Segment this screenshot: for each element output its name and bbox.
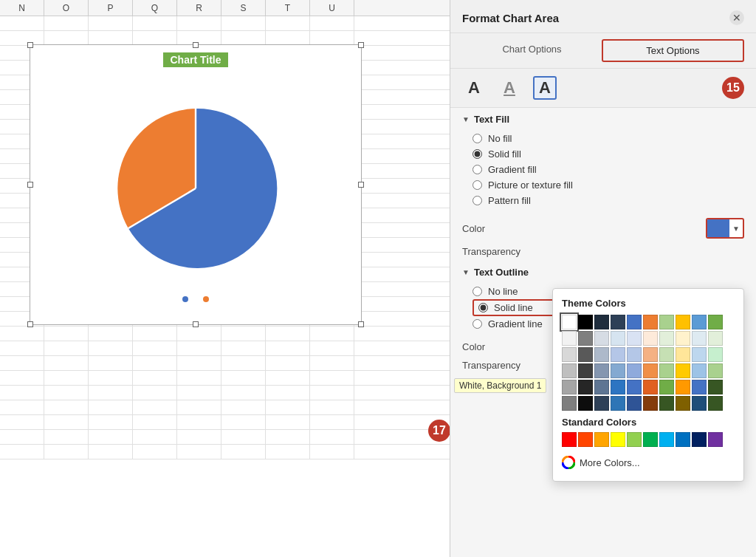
- resize-handle-tl[interactable]: [27, 42, 33, 48]
- grid-cell[interactable]: [266, 327, 310, 341]
- grid-cell[interactable]: [221, 327, 266, 341]
- grid-cell[interactable]: [221, 16, 266, 31]
- theme-color-cell[interactable]: [627, 331, 642, 346]
- radio-pattern-fill-input[interactable]: [472, 196, 482, 205]
- grid-cell[interactable]: [266, 31, 310, 46]
- theme-color-cell[interactable]: [562, 363, 577, 378]
- theme-color-cell[interactable]: [578, 315, 593, 329]
- grid-cell[interactable]: [133, 341, 177, 356]
- theme-color-cell[interactable]: [708, 363, 723, 378]
- icon-text-box[interactable]: A: [533, 76, 557, 100]
- grid-cell[interactable]: [0, 371, 44, 386]
- theme-color-cell[interactable]: [659, 347, 674, 362]
- grid-cell[interactable]: [44, 341, 89, 356]
- theme-color-cell[interactable]: [692, 396, 707, 411]
- theme-color-cell[interactable]: [692, 331, 707, 346]
- chart-title[interactable]: Chart Title: [163, 52, 229, 67]
- grid-cell[interactable]: [177, 430, 221, 445]
- tab-text-options[interactable]: Text Options: [602, 39, 744, 62]
- resize-handle-bl[interactable]: [27, 321, 33, 327]
- grid-cell[interactable]: [266, 371, 310, 386]
- theme-color-cell[interactable]: [578, 396, 593, 411]
- grid-cell[interactable]: [0, 430, 44, 445]
- resize-handle-tr[interactable]: [358, 42, 364, 48]
- theme-color-cell[interactable]: [643, 380, 658, 394]
- grid-cell[interactable]: [0, 327, 44, 341]
- grid-cell[interactable]: [266, 400, 310, 415]
- theme-color-cell[interactable]: [578, 347, 593, 362]
- theme-color-cell[interactable]: [627, 347, 642, 362]
- grid-cell[interactable]: [133, 430, 177, 445]
- theme-color-cell[interactable]: [627, 315, 642, 329]
- grid-cell[interactable]: [0, 16, 44, 31]
- grid-cell[interactable]: [89, 445, 133, 459]
- radio-picture-fill[interactable]: Picture or texture fill: [472, 177, 744, 193]
- std-color-cell[interactable]: [562, 432, 577, 447]
- icon-text-fill-outline[interactable]: A: [462, 76, 486, 100]
- grid-cell[interactable]: [89, 371, 133, 386]
- color-picker-button[interactable]: ▼ 16: [706, 218, 744, 239]
- theme-color-cell[interactable]: [562, 396, 577, 411]
- text-fill-section-header[interactable]: ▼ Text Fill: [450, 108, 756, 129]
- grid-cell[interactable]: [221, 371, 266, 386]
- theme-color-cell[interactable]: [562, 331, 577, 346]
- grid-cell[interactable]: [221, 400, 266, 415]
- grid-cell[interactable]: [310, 341, 354, 356]
- theme-color-cell[interactable]: [578, 331, 593, 346]
- text-outline-section-header[interactable]: ▼ Text Outline: [450, 261, 756, 282]
- grid-cell[interactable]: [44, 356, 89, 371]
- resize-handle-ml[interactable]: [27, 182, 33, 188]
- theme-color-cell[interactable]: [676, 363, 690, 378]
- theme-color-cell[interactable]: [676, 380, 690, 394]
- grid-cell[interactable]: [310, 386, 354, 400]
- theme-color-cell[interactable]: [611, 380, 625, 394]
- theme-color-cell[interactable]: [692, 347, 707, 362]
- grid-cell[interactable]: [177, 415, 221, 430]
- std-color-cell[interactable]: [627, 432, 642, 447]
- theme-color-cell[interactable]: [643, 396, 658, 411]
- theme-color-cell[interactable]: [562, 347, 577, 362]
- grid-cell[interactable]: [221, 386, 266, 400]
- more-colors-button[interactable]: More Colors...: [562, 453, 735, 472]
- std-color-cell[interactable]: [692, 432, 707, 447]
- theme-color-cell[interactable]: [708, 315, 723, 329]
- grid-cell[interactable]: [266, 445, 310, 459]
- grid-cell[interactable]: [177, 356, 221, 371]
- grid-cell[interactable]: [221, 430, 266, 445]
- theme-color-cell[interactable]: [594, 347, 609, 362]
- grid-cell[interactable]: [177, 327, 221, 341]
- radio-solid-fill[interactable]: Solid fill: [472, 146, 744, 162]
- panel-close-button[interactable]: ✕: [729, 10, 744, 25]
- theme-color-cell[interactable]: [643, 363, 658, 378]
- std-color-cell[interactable]: [611, 432, 625, 447]
- grid-cell[interactable]: [310, 415, 354, 430]
- grid-cell[interactable]: [310, 445, 354, 459]
- resize-handle-bm[interactable]: [193, 321, 199, 327]
- std-color-cell[interactable]: [643, 432, 658, 447]
- theme-color-cell[interactable]: [659, 331, 674, 346]
- theme-color-cell[interactable]: [627, 363, 642, 378]
- theme-color-cell[interactable]: [708, 331, 723, 346]
- grid-cell[interactable]: [221, 356, 266, 371]
- icon-text-effects[interactable]: A: [498, 76, 521, 100]
- radio-no-fill[interactable]: No fill: [472, 131, 744, 146]
- theme-color-cell[interactable]: [594, 331, 609, 346]
- grid-cell[interactable]: [44, 16, 89, 31]
- theme-color-cell[interactable]: [692, 363, 707, 378]
- grid-cell[interactable]: [89, 415, 133, 430]
- grid-cell[interactable]: [0, 445, 44, 459]
- theme-color-cell[interactable]: [611, 396, 625, 411]
- grid-cell[interactable]: [133, 31, 177, 46]
- grid-cell[interactable]: [44, 445, 89, 459]
- grid-cell[interactable]: [221, 341, 266, 356]
- grid-cell[interactable]: [266, 341, 310, 356]
- grid-cell[interactable]: [89, 400, 133, 415]
- radio-gradient-line-input[interactable]: [472, 319, 482, 329]
- theme-color-cell[interactable]: [708, 380, 723, 394]
- tab-chart-options[interactable]: Chart Options: [462, 39, 602, 62]
- radio-pattern-fill[interactable]: Pattern fill: [472, 193, 744, 208]
- theme-color-cell[interactable]: [692, 380, 707, 394]
- grid-cell[interactable]: [221, 415, 266, 430]
- theme-color-cell[interactable]: [627, 380, 642, 394]
- grid-cell[interactable]: [89, 386, 133, 400]
